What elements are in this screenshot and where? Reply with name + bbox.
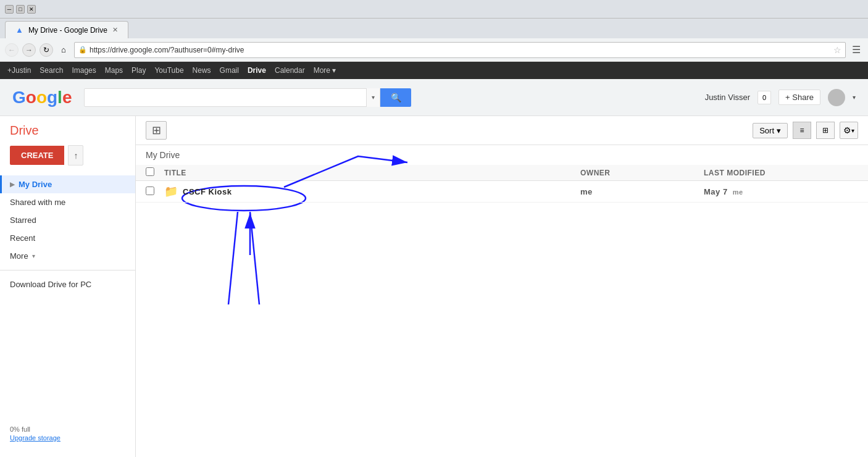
search-input[interactable] <box>85 93 366 103</box>
breadcrumb: My Drive <box>136 145 868 165</box>
topbar-drive[interactable]: Drive <box>248 66 266 75</box>
sidebar-item-recent[interactable]: Recent <box>0 229 135 247</box>
breadcrumb-label[interactable]: My Drive <box>146 150 180 160</box>
user-avatar[interactable] <box>828 89 845 106</box>
list-view-icon: ≡ <box>799 126 804 135</box>
upload-button[interactable]: ↑ <box>68 145 83 166</box>
sidebar-item-my-drive[interactable]: ▶ My Drive <box>0 175 135 193</box>
sort-btn[interactable]: Sort ▾ <box>753 123 788 138</box>
browser-tab[interactable]: ▲ My Drive - Google Drive ✕ <box>5 21 128 38</box>
topbar-search[interactable]: Search <box>40 66 63 75</box>
sort-arrow-icon: ▾ <box>777 126 781 135</box>
sidebar: Drive CREATE ↑ ▶ My Drive Shared with me… <box>0 116 136 457</box>
file-modified-by-label: me <box>733 188 743 196</box>
share-label: + Share <box>785 93 814 102</box>
grid-view-btn[interactable]: ⊞ <box>816 122 835 139</box>
sidebar-item-shared-label: Shared with me <box>10 198 65 207</box>
sidebar-item-starred-label: Starred <box>10 216 36 225</box>
url-text: https://drive.google.com/?authuser=0#my-… <box>90 46 830 54</box>
topbar-news[interactable]: News <box>193 66 211 75</box>
minimize-btn[interactable]: ─ <box>5 5 14 14</box>
select-all-checkbox[interactable] <box>146 167 154 176</box>
topbar-plus-justin[interactable]: +Justin <box>7 66 31 75</box>
storage-text: 0% full <box>10 426 125 433</box>
sidebar-divider <box>0 270 135 270</box>
topbar-more-label: More ▾ <box>314 66 336 75</box>
topbar-calendar[interactable]: Calendar <box>275 66 305 75</box>
file-row[interactable]: 📁 CSCF Kiosk me May 7 me <box>136 181 868 203</box>
create-area: CREATE ↑ <box>0 145 135 175</box>
col-modified-header: LAST MODIFIED <box>704 169 858 177</box>
sidebar-item-shared[interactable]: Shared with me <box>0 193 135 211</box>
file-owner-label: me <box>580 187 704 196</box>
sidebar-item-recent-label: Recent <box>10 233 35 243</box>
notif-count: 0 <box>762 94 766 101</box>
account-dropdown-btn[interactable]: ▾ <box>853 94 856 101</box>
sidebar-item-starred[interactable]: Starred <box>0 211 135 229</box>
sidebar-item-more[interactable]: More ▾ <box>0 247 135 265</box>
refresh-icon: ↻ <box>43 46 49 54</box>
address-bar[interactable]: 🔒 https://drive.google.com/?authuser=0#m… <box>74 42 846 58</box>
new-folder-btn[interactable]: ⊞ <box>146 121 167 140</box>
svg-line-2 <box>250 212 259 304</box>
forward-btn[interactable]: → <box>22 43 36 57</box>
topbar-gmail[interactable]: Gmail <box>220 66 239 75</box>
search-dropdown-btn[interactable]: ▾ <box>366 88 380 107</box>
grid-view-icon: ⊞ <box>822 126 828 135</box>
folder-icon: 📁 <box>164 185 178 198</box>
home-btn[interactable]: ⌂ <box>57 43 70 57</box>
main-content: ⊞ Sort ▾ ≡ ⊞ ⚙ ▾ My Drive <box>136 116 868 457</box>
settings-icon: ⚙ <box>843 125 851 135</box>
search-button[interactable]: 🔍 <box>380 88 411 107</box>
close-btn[interactable]: ✕ <box>27 5 36 14</box>
upgrade-link[interactable]: Upgrade storage <box>10 434 61 442</box>
search-area: ▾ 🔍 <box>84 88 411 107</box>
back-icon: ← <box>8 46 15 54</box>
tab-close-btn[interactable]: ✕ <box>112 26 118 34</box>
maximize-btn[interactable]: □ <box>16 5 25 14</box>
sidebar-item-my-drive-label: My Drive <box>19 180 52 189</box>
file-checkbox[interactable] <box>146 187 154 195</box>
topbar-more-btn[interactable]: More ▾ <box>314 66 336 75</box>
bookmark-icon: ☆ <box>833 45 841 55</box>
col-title-header[interactable]: TITLE <box>164 169 580 177</box>
refresh-btn[interactable]: ↻ <box>40 43 53 57</box>
forward-icon: → <box>25 46 33 54</box>
back-btn[interactable]: ← <box>5 43 19 57</box>
share-btn[interactable]: + Share <box>778 90 820 105</box>
drive-title[interactable]: Drive <box>0 124 135 145</box>
settings-btn[interactable]: ⚙ ▾ <box>840 122 858 139</box>
lock-icon: 🔒 <box>78 46 87 54</box>
topbar-maps[interactable]: Maps <box>105 66 123 75</box>
content-area: 📁 CSCF Kiosk me May 7 me <box>136 181 868 457</box>
new-folder-icon: ⊞ <box>152 124 161 137</box>
file-list-header: TITLE OWNER LAST MODIFIED <box>136 165 868 181</box>
google-logo: Google <box>12 88 72 107</box>
sidebar-download-label: Download Drive for PC <box>10 280 91 289</box>
create-button[interactable]: CREATE <box>10 146 64 165</box>
annotation-overlay <box>136 181 868 428</box>
tab-favicon: ▲ <box>15 25 23 35</box>
topbar-play[interactable]: Play <box>131 66 146 75</box>
settings-arrow-icon: ▾ <box>851 127 854 134</box>
tab-title: My Drive - Google Drive <box>28 26 107 35</box>
sidebar-item-download[interactable]: Download Drive for PC <box>0 275 135 293</box>
list-view-btn[interactable]: ≡ <box>793 122 811 139</box>
home-icon: ⌂ <box>61 45 66 54</box>
sidebar-item-my-drive-arrow: ▶ <box>10 181 15 188</box>
upload-icon: ↑ <box>73 151 78 161</box>
file-modified-label: May 7 me <box>704 187 858 196</box>
search-icon: 🔍 <box>391 93 401 103</box>
notification-btn[interactable]: 0 <box>757 91 771 104</box>
sort-label: Sort <box>759 126 774 135</box>
file-name-label[interactable]: CSCF Kiosk <box>183 187 580 196</box>
sidebar-item-more-label: More <box>10 251 28 261</box>
sidebar-item-more-arrow: ▾ <box>32 253 35 259</box>
svg-line-1 <box>228 212 238 304</box>
user-name-label: Justin Visser <box>705 93 750 102</box>
topbar-images[interactable]: Images <box>72 66 96 75</box>
menu-icon[interactable]: ☰ <box>849 43 863 57</box>
col-owner-header: OWNER <box>580 169 704 177</box>
toolbar: ⊞ Sort ▾ ≡ ⊞ ⚙ ▾ <box>136 116 868 145</box>
topbar-youtube[interactable]: YouTube <box>154 66 183 75</box>
